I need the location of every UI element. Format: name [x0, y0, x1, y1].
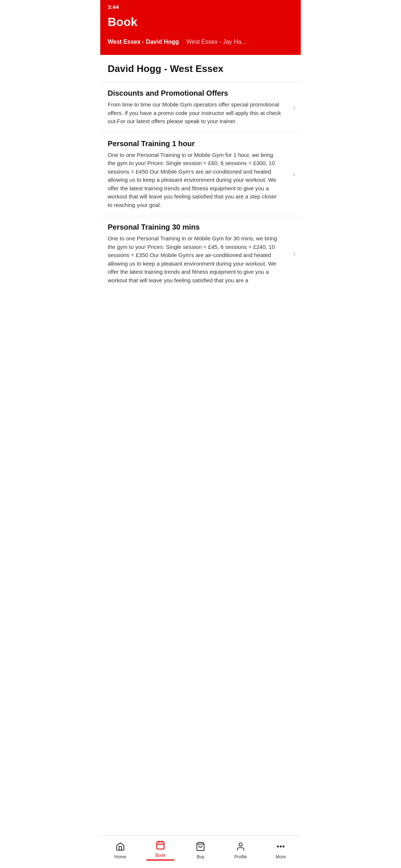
list-item-title-discounts: Discounts and Promotional Offers	[108, 89, 282, 98]
list-item-title-pt1hour: Personal Training 1 hour	[108, 139, 282, 148]
page-heading: David Hogg - West Essex	[100, 55, 301, 82]
main-content: David Hogg - West Essex Discounts and Pr…	[100, 55, 301, 321]
status-time: 3:44	[108, 4, 119, 10]
list-item-desc-discounts: From time to time our Mobile Gym operato…	[108, 101, 282, 126]
list-item-discounts[interactable]: Discounts and Promotional Offers From ti…	[100, 82, 301, 132]
list-item-pt-30mins[interactable]: Personal Training 30 mins One to one Per…	[100, 216, 301, 291]
chevron-right-icon-pt1hour: ›	[293, 170, 296, 179]
chevron-right-icon-discounts: ›	[293, 102, 296, 112]
header: Book West Essex - David Hogg West Essex …	[100, 12, 301, 55]
list-item-desc-pt30mins: One to one Personal Training in or Mobil…	[108, 234, 282, 285]
list-item-desc-pt1hour: One to one Personal Training in or Mobil…	[108, 151, 282, 210]
tabs-bar: West Essex - David Hogg West Essex - Jay…	[108, 35, 293, 50]
tab-jay-ha[interactable]: West Essex - Jay Ha...	[186, 35, 254, 50]
list-item-title-pt30mins: Personal Training 30 mins	[108, 223, 282, 231]
list-item-pt-1hour[interactable]: Personal Training 1 hour One to one Pers…	[100, 132, 301, 216]
chevron-right-icon-pt30mins: ›	[293, 249, 296, 259]
tab-david-hogg[interactable]: West Essex - David Hogg	[108, 35, 186, 50]
header-title: Book	[108, 15, 293, 29]
status-bar: 3:44	[100, 0, 301, 12]
